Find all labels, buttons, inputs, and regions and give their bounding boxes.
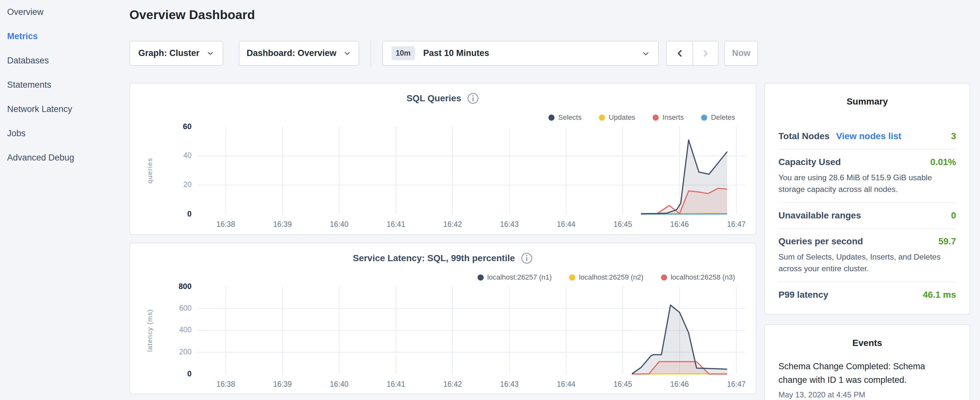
x-tick-label: 16:44 (547, 220, 585, 229)
x-tick-label: 16:39 (263, 380, 302, 389)
chevron-down-icon (641, 49, 650, 58)
legend-label: Selects (558, 113, 581, 122)
chart-title: SQL Queries (406, 93, 461, 104)
summary-row-p99-latency: P99 latency46.1 ms (778, 282, 956, 308)
time-step-back-button[interactable] (667, 41, 692, 65)
y-axis-label: queries (144, 127, 155, 214)
legend-item-deletes: Deletes (701, 113, 735, 122)
selects-dot-icon (549, 115, 555, 121)
chart-plot-area (197, 287, 745, 374)
event-text: Schema Change Completed: Schema change w… (778, 360, 956, 387)
sidebar-item-advanced-debug[interactable]: Advanced Debug (7, 153, 123, 163)
sql-queries-chart-panel: SQL QueriesSelectsUpdatesInsertsDeletes0… (129, 83, 756, 235)
localhost-26258-n3-dot-icon (661, 274, 667, 280)
summary-row-head: Unavailable ranges0 (778, 210, 956, 221)
dashboard-dropdown-label: Dashboard: Overview (247, 48, 336, 58)
summary-row-description: You are using 28.6 MiB of 515.9 GiB usab… (778, 172, 956, 195)
sidebar: OverviewMetricsDatabasesStatementsNetwor… (0, 0, 123, 177)
info-icon[interactable] (520, 252, 533, 265)
info-icon[interactable] (466, 92, 479, 105)
x-tick-label: 16:45 (603, 220, 642, 229)
chart-title: Service Latency: SQL, 99th percentile (353, 253, 515, 263)
summary-row-description: Sum of Selects, Updates, Inserts, and De… (778, 251, 956, 274)
summary-row-value: 59.7 (939, 236, 956, 247)
summary-title: Summary (778, 83, 956, 107)
summary-row-value: 3 (951, 131, 956, 142)
sidebar-item-jobs[interactable]: Jobs (7, 129, 123, 138)
x-tick-label: 16:46 (660, 220, 699, 229)
service-latency-chart-panel: Service Latency: SQL, 99th percentileloc… (129, 243, 756, 394)
legend-item-updates: Updates (599, 113, 635, 122)
chart-legend: SelectsUpdatesInsertsDeletes (549, 113, 735, 122)
x-tick-label: 16:44 (547, 380, 585, 389)
updates-dot-icon (599, 115, 605, 121)
dashboard-dropdown[interactable]: Dashboard: Overview (239, 41, 359, 66)
sidebar-item-metrics[interactable]: Metrics (7, 31, 123, 41)
legend-item-localhost-26257-n1: localhost:26257 (n1) (477, 273, 552, 282)
summary-row-value: 46.1 ms (923, 290, 956, 300)
chart-title-row: Service Latency: SQL, 99th percentile (130, 252, 756, 265)
y-tick-label: 20 (130, 180, 191, 189)
view-nodes-list-link[interactable]: View nodes list (836, 131, 901, 142)
sidebar-item-network-latency[interactable]: Network Latency (7, 104, 123, 114)
graph-dropdown-label: Graph: Cluster (138, 48, 199, 58)
x-tick-label: 16:38 (207, 220, 245, 229)
x-tick-label: 16:46 (660, 380, 699, 389)
y-tick-label: 800 (130, 282, 191, 291)
chart-legend: localhost:26257 (n1)localhost:26259 (n2)… (477, 273, 735, 282)
x-tick-label: 16:42 (433, 220, 472, 229)
x-tick-label: 16:43 (490, 380, 529, 389)
time-window-label: Past 10 Minutes (423, 48, 489, 58)
legend-item-inserts: Inserts (652, 113, 684, 122)
x-tick-label: 16:40 (320, 380, 358, 389)
time-window-badge: 10m (391, 46, 415, 60)
summary-row-head: Total NodesView nodes list3 (778, 131, 956, 142)
graph-dropdown[interactable]: Graph: Cluster (129, 41, 223, 66)
summary-row-queries-per-second: Queries per second59.7Sum of Selects, Up… (778, 229, 956, 282)
legend-item-localhost-26259-n2: localhost:26259 (n2) (569, 273, 643, 282)
deletes-dot-icon (701, 115, 707, 121)
summary-row-value: 0 (951, 210, 956, 221)
legend-label: localhost:26258 (n3) (671, 273, 735, 282)
summary-panel: Summary Total NodesView nodes list3Capac… (764, 83, 970, 315)
y-tick-label: 60 (130, 122, 191, 131)
legend-item-localhost-26258-n3: localhost:26258 (n3) (661, 273, 735, 282)
y-tick-label: 200 (130, 347, 191, 356)
chart-plot-area (197, 127, 745, 214)
y-tick-label: 400 (130, 325, 191, 334)
sidebar-item-statements[interactable]: Statements (7, 80, 123, 90)
sidebar-item-databases[interactable]: Databases (7, 56, 123, 65)
summary-row-value: 0.01% (931, 157, 956, 167)
sidebar-item-overview[interactable]: Overview (7, 7, 123, 17)
inserts-dot-icon (652, 115, 659, 121)
y-tick-label: 0 (130, 369, 191, 378)
controls-divider (371, 41, 371, 66)
summary-row-label: Queries per second (778, 236, 863, 247)
x-tick-label: 16:38 (207, 380, 245, 389)
event-item[interactable]: Schema Change Completed: Schema change w… (778, 360, 956, 399)
x-tick-label: 16:47 (717, 220, 756, 229)
legend-label: Inserts (662, 113, 684, 122)
summary-row-head: Capacity Used0.01% (778, 157, 956, 167)
x-tick-label: 16:43 (490, 220, 529, 229)
legend-label: Deletes (711, 113, 735, 122)
localhost-26259-n2-dot-icon (569, 274, 575, 280)
controls-bar: Graph: Cluster Dashboard: Overview 10m P… (129, 41, 758, 66)
time-step-forward-button[interactable] (692, 41, 718, 65)
y-tick-label: 600 (130, 304, 191, 312)
legend-item-selects: Selects (549, 113, 581, 122)
summary-row-label: Capacity Used (778, 157, 841, 167)
y-tick-label: 0 (130, 209, 191, 218)
now-button[interactable]: Now (724, 41, 758, 66)
page-title: Overview Dashboard (129, 8, 255, 22)
x-tick-label: 16:47 (717, 380, 756, 389)
legend-label: localhost:26257 (n1) (487, 273, 552, 282)
chevron-down-icon (206, 49, 215, 57)
chevron-left-icon (675, 49, 685, 58)
summary-row-total-nodes: Total NodesView nodes list3 (778, 124, 956, 150)
time-range-selector[interactable]: 10m Past 10 Minutes (382, 41, 659, 66)
legend-label: Updates (609, 113, 635, 122)
x-tick-label: 16:41 (377, 380, 415, 389)
y-axis-label: latency (ms) (144, 287, 155, 374)
summary-row-label: Total Nodes (778, 131, 830, 142)
